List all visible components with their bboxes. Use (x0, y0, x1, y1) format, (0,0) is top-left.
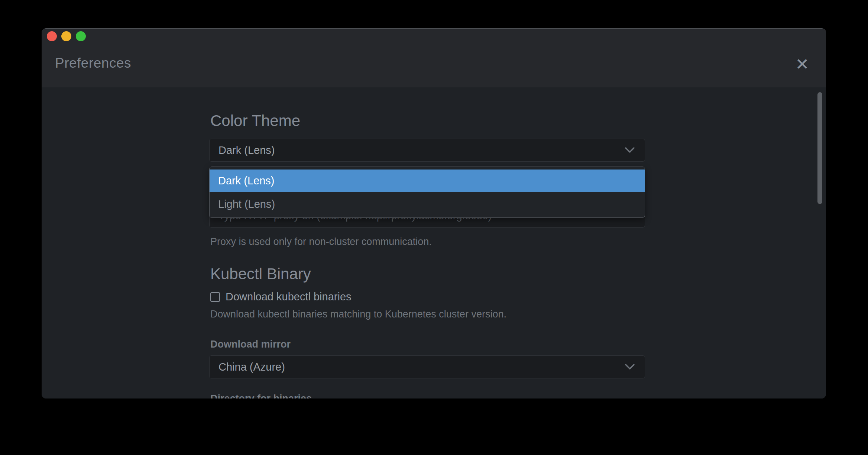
kubectl-binary-heading: Kubectl Binary (210, 265, 311, 283)
color-theme-dropdown: Dark (Lens) Light (Lens) (209, 167, 645, 218)
traffic-light-minimize-icon[interactable] (61, 31, 71, 41)
proxy-hint: Proxy is used only for non-cluster commu… (210, 236, 432, 248)
page-title: Preferences (55, 55, 131, 71)
dropdown-option-dark[interactable]: Dark (Lens) (210, 170, 645, 192)
download-kubectl-hint: Download kubectl binaries matching to Ku… (210, 309, 506, 320)
directory-for-binaries-label: Directory for binaries (210, 393, 312, 398)
checkbox-unchecked-icon[interactable] (210, 292, 220, 302)
dropdown-option-light[interactable]: Light (Lens) (210, 192, 645, 216)
download-kubectl-checkbox-label: Download kubectl binaries (226, 291, 352, 303)
download-kubectl-checkbox-row[interactable]: Download kubectl binaries (210, 291, 352, 303)
close-icon[interactable]: ✕ (791, 53, 813, 75)
download-mirror-select-value: China (Azure) (218, 361, 625, 373)
preferences-window: Preferences ✕ Color Theme Dark (Lens) Da… (42, 28, 826, 398)
color-theme-select[interactable]: Dark (Lens) (209, 139, 645, 162)
traffic-light-close-icon[interactable] (47, 31, 57, 41)
download-mirror-label: Download mirror (210, 339, 291, 350)
color-theme-select-value: Dark (Lens) (218, 144, 625, 156)
traffic-light-zoom-icon[interactable] (76, 31, 86, 41)
chevron-down-icon (625, 364, 635, 370)
titlebar: Preferences ✕ (42, 29, 826, 87)
color-theme-heading: Color Theme (210, 112, 300, 130)
download-mirror-select[interactable]: China (Azure) (209, 355, 645, 378)
preferences-content (42, 87, 826, 398)
chevron-down-icon (625, 147, 635, 154)
vertical-scrollbar-thumb[interactable] (817, 92, 822, 204)
